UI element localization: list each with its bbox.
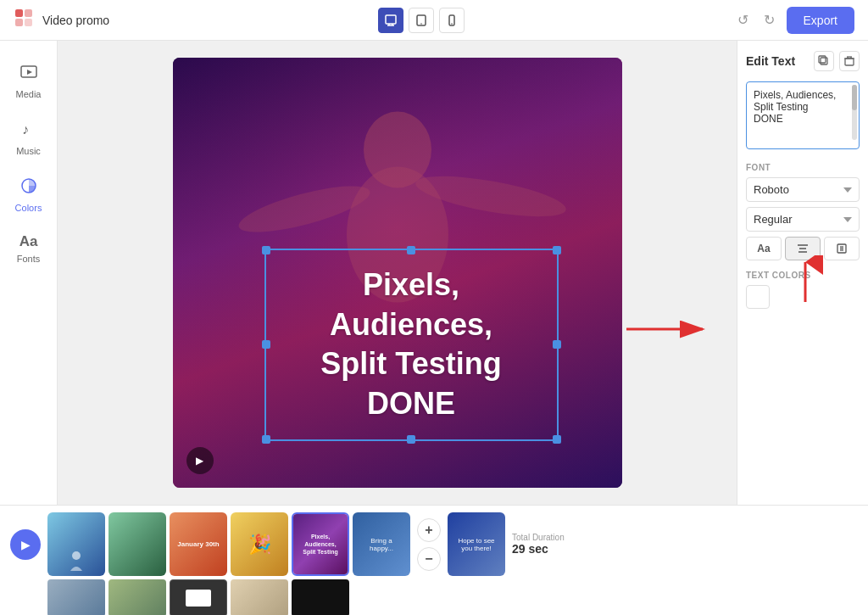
tablet-view-button[interactable] (409, 8, 434, 33)
text-colors-label: TEXT COLORS (746, 271, 860, 280)
timeline-play-button[interactable]: ▶ (10, 529, 41, 560)
right-panel: Edit Text Pixels, Audiences, Split Testi… (737, 41, 868, 505)
handle-tm[interactable] (407, 246, 415, 254)
panel-action-icons (814, 51, 860, 71)
text-input[interactable]: Pixels, Audiences, Split Testing DONE (746, 81, 860, 149)
duration-thumbnail: Hope to seeyou there! (448, 512, 505, 576)
text-size-button[interactable]: Aa (746, 237, 782, 260)
annotation-arrow-external (618, 312, 720, 346)
mobile-view-button[interactable] (439, 8, 465, 33)
svg-rect-0 (15, 9, 23, 17)
small-clip-1[interactable] (47, 579, 105, 615)
timeline-clips-top: January 30th 🎉 Pixels,Audiences,Split Te… (47, 512, 858, 576)
svg-point-9 (421, 23, 423, 25)
canvas-container: Pixels,Audiences,Split TestingDONE ▶ (173, 58, 622, 488)
app-logo-icon (14, 8, 34, 33)
timeline: ▶ January 30th 🎉 (0, 505, 868, 615)
main-area: Media ♪ Music Colors Aa Fonts (0, 41, 868, 505)
small-clip-3[interactable] (170, 579, 227, 615)
sidebar-item-media[interactable]: Media (5, 54, 53, 108)
export-button[interactable]: Export (787, 7, 854, 34)
handle-tr[interactable] (553, 246, 561, 254)
scrollbar-thumb (852, 85, 857, 110)
timeline-zoom-controls: + − (417, 518, 441, 571)
total-duration-info: Total Duration 29 sec (512, 533, 565, 556)
view-switcher (378, 8, 465, 33)
handle-bl[interactable] (262, 435, 270, 444)
colors-icon (19, 176, 38, 199)
handle-ml[interactable] (262, 340, 270, 349)
timeline-bottom-row (10, 579, 349, 615)
svg-rect-1 (25, 9, 32, 17)
text-style-button[interactable] (824, 237, 860, 260)
sidebar-item-music[interactable]: ♪ Music (5, 111, 53, 165)
font-section-label: FONT (746, 163, 860, 172)
media-label: Media (16, 89, 42, 99)
handle-bm[interactable] (407, 435, 415, 444)
svg-rect-2 (15, 19, 23, 26)
small-clip-2[interactable] (108, 579, 166, 615)
timeline-top-row: ▶ January 30th 🎉 (10, 512, 858, 576)
handle-br[interactable] (553, 435, 561, 444)
handle-tl[interactable] (262, 246, 270, 254)
sidebar-item-colors[interactable]: Colors (5, 168, 53, 221)
svg-rect-4 (386, 15, 396, 24)
timeline-add-button[interactable]: + (417, 518, 441, 542)
undo-button[interactable]: ↺ (734, 8, 752, 31)
svg-rect-3 (25, 19, 32, 26)
timeline-clip-3[interactable]: January 30th (170, 512, 227, 576)
timeline-clip-5[interactable]: Pixels,Audiences,Split Testing (292, 512, 349, 576)
duplicate-button[interactable] (814, 51, 834, 71)
fonts-label: Fonts (17, 254, 41, 264)
panel-header: Edit Text (746, 51, 860, 71)
timeline-remove-button[interactable]: − (417, 547, 441, 571)
fonts-icon: Aa (19, 233, 38, 250)
music-icon: ♪ (19, 120, 38, 143)
svg-rect-25 (821, 58, 827, 64)
music-label: Music (16, 146, 41, 156)
topbar: Video promo ↺ ↻ Export (0, 0, 868, 41)
svg-rect-27 (845, 59, 854, 65)
text-box-selected[interactable]: Pixels,Audiences,Split TestingDONE (264, 249, 559, 441)
handle-mr[interactable] (553, 340, 561, 349)
total-duration-label: Total Duration (512, 533, 565, 542)
text-colors-section: TEXT COLORS (746, 271, 860, 309)
canvas-main[interactable]: Pixels,Audiences,Split TestingDONE ▶ (173, 58, 622, 488)
canvas-text-content: Pixels,Audiences,Split TestingDONE (275, 266, 548, 424)
timeline-clip-1[interactable] (47, 512, 105, 576)
left-sidebar: Media ♪ Music Colors Aa Fonts (0, 41, 58, 505)
media-icon (19, 63, 38, 86)
timeline-clip-4[interactable]: 🎉 (231, 512, 288, 576)
project-title: Video promo (42, 14, 109, 27)
text-input-wrapper: Pixels, Audiences, Split Testing DONE (746, 81, 860, 153)
total-duration-value: 29 sec (512, 542, 565, 556)
total-duration-section: Hope to seeyou there! Total Duration 29 … (448, 512, 565, 576)
desktop-view-button[interactable] (378, 8, 403, 33)
delete-button[interactable] (839, 51, 860, 71)
canvas-area: Pixels,Audiences,Split TestingDONE ▶ (58, 41, 737, 505)
topbar-right: ↺ ↻ Export (734, 7, 854, 34)
timeline-clip-6[interactable]: Bring ahappy... (353, 512, 410, 576)
scrollbar-track (852, 85, 857, 140)
svg-point-41 (72, 551, 81, 560)
svg-rect-26 (819, 56, 826, 63)
small-clip-4[interactable] (231, 579, 288, 615)
text-controls: Aa (746, 237, 860, 260)
font-weight-select[interactable]: Regular Bold Light (746, 207, 860, 232)
svg-text:♪: ♪ (22, 122, 29, 137)
font-family-select[interactable]: Roboto Arial Georgia (746, 177, 860, 202)
colors-label: Colors (15, 203, 42, 213)
small-clip-5[interactable] (292, 579, 349, 615)
timeline-clip-2[interactable] (108, 512, 166, 576)
canvas-play-button[interactable]: ▶ (186, 447, 214, 474)
svg-marker-13 (27, 70, 32, 75)
text-color-swatch[interactable] (746, 285, 770, 309)
redo-button[interactable]: ↻ (760, 8, 778, 31)
text-align-button[interactable] (785, 237, 821, 260)
panel-title: Edit Text (746, 54, 795, 68)
svg-point-11 (452, 23, 453, 25)
topbar-left: Video promo (14, 8, 109, 33)
sidebar-item-fonts[interactable]: Aa Fonts (5, 225, 53, 272)
